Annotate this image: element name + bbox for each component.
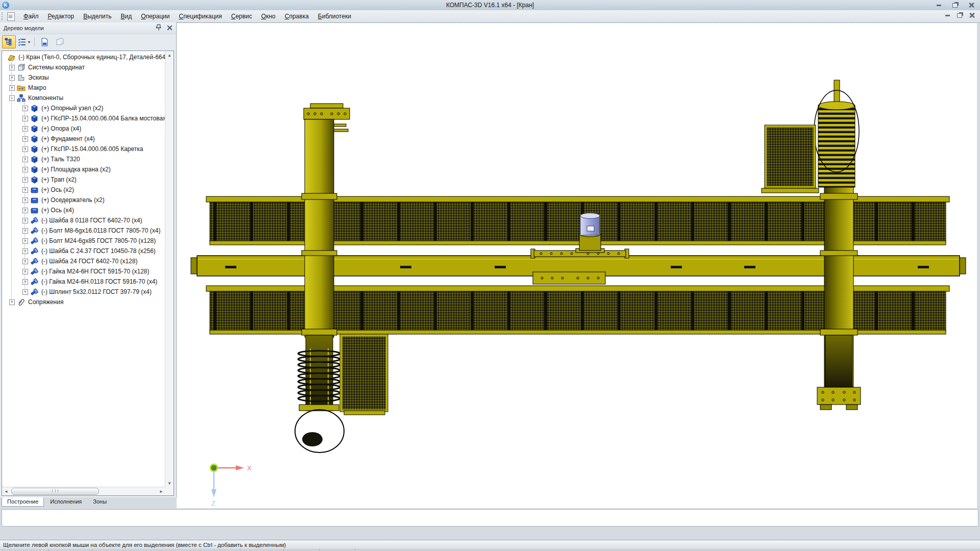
tree-item[interactable]: +(-) Шайба 8 0118 ГОСТ 6402-70 (x4) — [2, 215, 165, 226]
tree-item[interactable]: +Эскизы — [2, 72, 165, 83]
menu-item-1[interactable]: Файл — [19, 11, 43, 21]
expand-icon[interactable]: + — [22, 218, 28, 223]
copy-document-button[interactable] — [53, 35, 67, 48]
restore-button[interactable] — [949, 2, 961, 9]
expand-icon[interactable]: + — [22, 228, 28, 234]
right-platform-mesh[interactable] — [762, 125, 819, 193]
expand-icon[interactable]: + — [22, 146, 28, 152]
expand-icon[interactable]: + — [22, 259, 28, 264]
tree-item[interactable]: +(+) Оседержатель (x2) — [2, 195, 165, 205]
tab-3[interactable]: Зоны — [88, 497, 112, 506]
menu-item-4[interactable]: Вид — [116, 11, 137, 21]
tree-item[interactable]: +(-) Шплинт 5x32.0112 ГОСТ 397-79 (x4) — [2, 287, 165, 297]
tree-root-item[interactable]: (-) Кран (Тел-0, Сборочных единиц-17, Де… — [2, 52, 165, 62]
tree-item[interactable]: +(+) Фундамент (x4) — [2, 134, 165, 144]
ladder-cage-left[interactable] — [295, 335, 344, 453]
menu-item-8[interactable]: Окно — [257, 11, 280, 21]
expand-icon[interactable]: + — [22, 116, 28, 121]
expand-icon[interactable]: + — [22, 289, 28, 295]
tree-item[interactable]: −Компоненты — [2, 93, 165, 103]
viewport-3d[interactable]: X Z — [177, 22, 977, 508]
expand-icon[interactable]: + — [22, 177, 28, 183]
tree-item[interactable]: +(+) Опорный узел (x2) — [2, 103, 165, 113]
expand-icon[interactable]: + — [22, 106, 28, 111]
restore-mdi-button[interactable] — [955, 12, 964, 18]
ladder-cage-right[interactable] — [814, 90, 859, 187]
left-mesh-panel[interactable] — [340, 334, 388, 415]
tree-item[interactable]: +(+) Трап (x2) — [2, 174, 165, 185]
tree-display-options-button[interactable]: ▼ — [17, 35, 31, 48]
tree-horizontal-scrollbar[interactable]: ◄ ► — [2, 487, 165, 495]
tree-item[interactable]: +Системы координат — [2, 62, 165, 72]
window-controls — [933, 2, 977, 9]
assembly-icon — [30, 145, 39, 154]
close-panel-button[interactable] — [166, 24, 173, 31]
tree-item-label: (-) Гайка М24-6Н ГОСТ 5915-70 (x128) — [41, 268, 150, 275]
close-icon — [969, 13, 974, 18]
expand-icon[interactable]: + — [22, 248, 28, 254]
close-button[interactable] — [966, 2, 977, 9]
tree-item[interactable]: +(-) Гайка М24-6Н.0118 ГОСТ 5916-70 (x4) — [2, 277, 165, 287]
tree-item-label: (-) Шплинт 5x32.0112 ГОСТ 397-79 (x4) — [41, 288, 152, 295]
expand-icon[interactable]: + — [9, 65, 15, 70]
expand-icon[interactable]: + — [9, 75, 15, 81]
tree-item[interactable]: +(+) Таль Т320 — [2, 154, 165, 164]
tree-item[interactable]: +Сопряжения — [2, 297, 165, 307]
menu-item-6[interactable]: Спецификация — [174, 11, 226, 21]
tree-item[interactable]: +Макро — [2, 83, 165, 93]
root-assembly-icon — [7, 53, 16, 62]
hoist-motor[interactable] — [580, 213, 600, 236]
document-icon — [7, 12, 15, 21]
tree-item[interactable]: +(+) Опора (x4) — [2, 123, 165, 134]
crane-model[interactable]: X Z — [177, 23, 977, 508]
expand-icon[interactable]: + — [22, 279, 28, 285]
fastener-icon — [30, 278, 39, 286]
tree-item[interactable]: +(-) Гайка М24-6Н ГОСТ 5915-70 (x128) — [2, 266, 165, 277]
tree-item[interactable]: +(-) Болт М24-6gx85 ГОСТ 7805-70 (x128) — [2, 236, 165, 246]
tree-item[interactable]: +(+) ГКсПР-15.04.000.06.004 Балка мостов… — [2, 113, 165, 123]
collapse-icon[interactable]: − — [9, 95, 15, 101]
expand-icon[interactable]: + — [9, 299, 15, 305]
close-mdi-button[interactable] — [968, 12, 976, 18]
expand-icon[interactable]: + — [22, 208, 28, 213]
menu-item-9[interactable]: Справка — [280, 11, 313, 21]
toolbar-grip — [2, 12, 4, 20]
tab-1[interactable]: Построение — [2, 497, 44, 507]
expand-icon[interactable]: + — [22, 167, 28, 172]
tree-item[interactable]: +(-) Болт М8-6gx16.0118 ГОСТ 7805-70 (x4… — [2, 226, 165, 236]
tree-item[interactable]: +(+) Ось (x2) — [2, 185, 165, 195]
tree-item[interactable]: +(+) ГКсПР-15.04.000.06.005 Каретка — [2, 144, 165, 154]
scroll-up-arrow[interactable]: ▲ — [165, 51, 174, 59]
tab-2[interactable]: Исполнения — [45, 497, 87, 506]
expand-icon[interactable]: + — [22, 238, 28, 244]
tree-item[interactable]: +(-) Шайба 24 ГОСТ 6402-70 (x128) — [2, 256, 165, 266]
pin-panel-button[interactable] — [155, 24, 162, 31]
expand-icon[interactable]: + — [22, 136, 28, 142]
expand-icon[interactable]: + — [22, 157, 28, 162]
expand-icon[interactable]: + — [22, 126, 28, 132]
scroll-right-arrow[interactable]: ► — [157, 487, 165, 495]
expand-icon[interactable]: + — [22, 269, 28, 274]
minimize-button[interactable] — [933, 2, 944, 9]
model-tree-structure-button[interactable] — [2, 35, 16, 48]
tree-vertical-scrollbar[interactable]: ▲ ▼ — [165, 51, 174, 487]
bottom-edge-strip — [0, 549, 980, 551]
menu-item-10[interactable]: Библиотеки — [313, 11, 356, 21]
tree-item[interactable]: +(+) Ось (x4) — [2, 205, 165, 215]
minimize-mdi-button[interactable] — [943, 12, 951, 18]
menu-item-2[interactable]: Редактор — [43, 11, 79, 21]
menu-item-5[interactable]: Операции — [136, 11, 174, 21]
expand-icon[interactable]: + — [9, 85, 15, 91]
menu-item-3[interactable]: Выделить — [79, 11, 116, 21]
tree-item-label: (-) Шайба 24 ГОСТ 6402-70 (x128) — [41, 258, 137, 265]
expand-icon[interactable]: + — [22, 187, 28, 193]
menu-item-7[interactable]: Сервис — [227, 11, 257, 21]
tree-item[interactable]: +(-) Шайба С 24.37 ГОСТ 10450-78 (x256) — [2, 246, 165, 256]
tree-item[interactable]: +(+) Площадка крана (x2) — [2, 164, 165, 174]
scroll-down-arrow[interactable]: ▼ — [165, 479, 174, 487]
scrollbar-thumb[interactable] — [11, 488, 99, 495]
new-document-button[interactable] — [38, 35, 52, 48]
scroll-left-arrow[interactable]: ◄ — [2, 487, 10, 495]
expand-icon[interactable]: + — [22, 197, 28, 203]
message-bar — [2, 509, 978, 527]
